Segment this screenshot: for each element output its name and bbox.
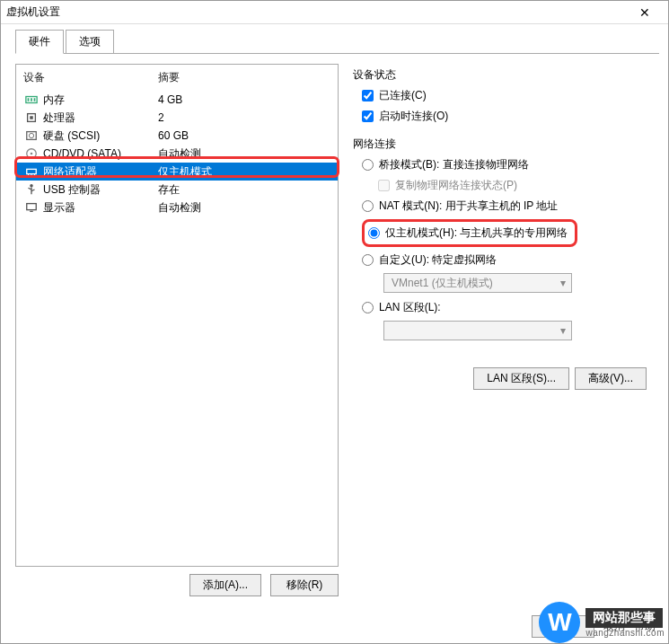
nat-label: NAT 模式(N): 用于共享主机的 IP 地址 (379, 198, 558, 214)
lan-segments-button[interactable]: LAN 区段(S)... (473, 367, 569, 390)
display-icon (23, 200, 40, 215)
device-summary: 60 GB (158, 129, 330, 142)
disk-icon (23, 128, 40, 143)
lan-label: LAN 区段(L): (379, 300, 441, 315)
hostonly-radio[interactable]: 仅主机模式(H): 与主机共享的专用网络 (368, 225, 568, 241)
lan-input[interactable] (362, 302, 374, 313)
device-row-display[interactable]: 显示器 自动检测 (16, 198, 338, 216)
bridged-label: 桥接模式(B): 直接连接物理网络 (379, 157, 529, 172)
svg-rect-5 (30, 116, 33, 119)
device-list: 设备 摘要 内存 4 GB 处理器 2 硬盘 (SCSI) 60 GB CD/D… (15, 64, 339, 567)
connected-label: 已连接(C) (379, 88, 427, 103)
cpu-icon (23, 110, 40, 125)
device-summary: 存在 (158, 182, 330, 198)
tab-bar: 硬件 选项 (1, 24, 668, 54)
device-row-network[interactable]: 网络适配器 仅主机模式 (16, 163, 338, 181)
svg-point-14 (30, 184, 33, 188)
bridged-radio[interactable]: 桥接模式(B): 直接连接物理网络 (362, 157, 650, 172)
window-title: 虚拟机设置 (6, 4, 627, 20)
device-name: 网络适配器 (43, 164, 97, 180)
lan-select (383, 321, 572, 340)
advanced-button[interactable]: 高级(V)... (575, 367, 647, 390)
nat-radio[interactable]: NAT 模式(N): 用于共享主机的 IP 地址 (362, 198, 650, 214)
memory-icon (23, 93, 40, 107)
titlebar: 虚拟机设置 ✕ (1, 1, 668, 24)
device-status-group: 设备状态 已连接(C) 启动时连接(O) (353, 67, 650, 124)
watermark-badge: W (539, 602, 580, 643)
device-summary: 2 (158, 111, 330, 124)
usb-icon (23, 182, 40, 197)
device-summary: 自动检测 (158, 146, 330, 162)
device-name: CD/DVD (SATA) (43, 147, 121, 160)
custom-select: VMnet1 (仅主机模式) (383, 273, 572, 293)
custom-label: 自定义(U): 特定虚拟网络 (379, 252, 497, 268)
connect-on-power-input[interactable] (362, 110, 374, 122)
replicate-label: 复制物理网络连接状态(P) (395, 178, 517, 193)
connected-checkbox[interactable]: 已连接(C) (362, 88, 650, 103)
network-connection-group: 网络连接 桥接模式(B): 直接连接物理网络 复制物理网络连接状态(P) NAT… (353, 137, 650, 340)
network-icon (23, 164, 40, 179)
nat-input[interactable] (362, 200, 374, 212)
lan-radio[interactable]: LAN 区段(L): (362, 300, 650, 315)
svg-rect-18 (27, 204, 37, 210)
vm-settings-window: 虚拟机设置 ✕ 硬件 选项 设备 摘要 内存 4 GB 处理器 2 (0, 0, 669, 644)
list-header: 设备 摘要 (16, 65, 338, 91)
watermark-line1: 网站那些事 (585, 608, 663, 628)
remove-button[interactable]: 移除(R) (270, 574, 339, 596)
device-summary: 4 GB (158, 93, 330, 106)
watermark: W 网站那些事 wangzhanshi.com (539, 602, 665, 643)
close-icon[interactable]: ✕ (627, 5, 663, 20)
device-name: 处理器 (43, 110, 75, 126)
device-summary: 自动检测 (158, 200, 330, 216)
replicate-checkbox: 复制物理网络连接状态(P) (378, 178, 650, 193)
device-name: USB 控制器 (43, 182, 101, 198)
svg-rect-10 (27, 169, 37, 173)
hostonly-highlight: 仅主机模式(H): 与主机共享的专用网络 (362, 219, 577, 247)
hostonly-label: 仅主机模式(H): 与主机共享的专用网络 (385, 225, 568, 241)
device-name: 内存 (43, 93, 65, 108)
hostonly-input[interactable] (368, 227, 380, 239)
device-row-memory[interactable]: 内存 4 GB (16, 91, 338, 109)
bridged-input[interactable] (362, 159, 374, 171)
header-device: 设备 (23, 70, 158, 85)
device-row-cd[interactable]: CD/DVD (SATA) 自动检测 (16, 145, 338, 163)
device-row-usb[interactable]: USB 控制器 存在 (16, 181, 338, 198)
cd-icon (23, 146, 40, 161)
svg-rect-2 (31, 98, 32, 101)
device-summary: 仅主机模式 (158, 164, 330, 180)
network-title: 网络连接 (353, 137, 650, 152)
tab-hardware[interactable]: 硬件 (15, 30, 64, 54)
svg-point-7 (29, 133, 33, 137)
header-summary: 摘要 (158, 70, 330, 85)
tab-options[interactable]: 选项 (66, 30, 114, 54)
custom-input[interactable] (362, 254, 374, 266)
svg-point-9 (31, 153, 33, 155)
replicate-input (378, 180, 390, 191)
device-row-disk[interactable]: 硬盘 (SCSI) 60 GB (16, 127, 338, 145)
watermark-line2: wangzhanshi.com (585, 628, 665, 638)
status-title: 设备状态 (353, 67, 650, 83)
connect-on-power-checkbox[interactable]: 启动时连接(O) (362, 109, 650, 124)
device-name: 硬盘 (SCSI) (43, 128, 100, 144)
svg-rect-1 (28, 98, 30, 101)
device-name: 显示器 (43, 200, 75, 216)
svg-rect-3 (34, 98, 36, 101)
connect-on-power-label: 启动时连接(O) (379, 109, 448, 124)
device-row-cpu[interactable]: 处理器 2 (16, 109, 338, 127)
custom-radio[interactable]: 自定义(U): 特定虚拟网络 (362, 252, 650, 268)
connected-input[interactable] (362, 90, 374, 101)
add-button[interactable]: 添加(A)... (189, 574, 261, 596)
